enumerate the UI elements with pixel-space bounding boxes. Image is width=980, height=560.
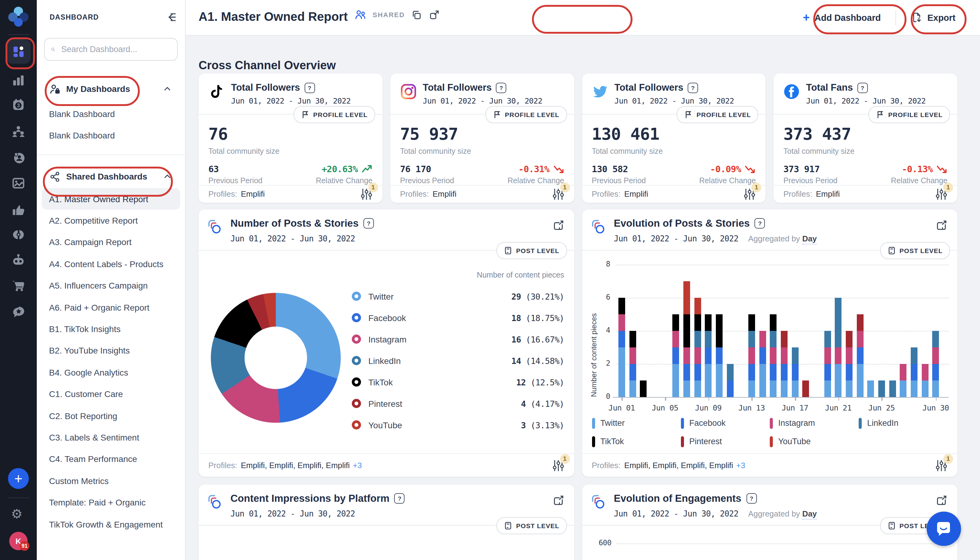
donut-chart[interactable]	[211, 293, 341, 423]
section-my-dashboards[interactable]: My Dashboards	[44, 77, 178, 100]
legend-item-linkedin[interactable]: LinkedIn 14 (14.58%)	[352, 350, 564, 371]
bar-jun-17[interactable]	[792, 347, 798, 397]
aggregated-by[interactable]: Aggregated by Day	[748, 234, 817, 243]
bar-jun-08[interactable]	[694, 298, 701, 397]
sidebar-item-community[interactable]	[11, 124, 26, 138]
help-icon[interactable]: ?	[688, 82, 698, 93]
bar-jun-23[interactable]	[857, 314, 863, 397]
bar-jun-02[interactable]	[629, 331, 636, 397]
sidebar-dashboard-item[interactable]: A2. Competitive Report	[42, 210, 180, 232]
help-icon[interactable]: ?	[755, 218, 765, 228]
legend-item-pinterest[interactable]: Pinterest	[681, 435, 770, 448]
bar-jun-01[interactable]	[618, 298, 625, 397]
bar-jun-29[interactable]	[922, 364, 928, 397]
bar-jun-09[interactable]	[705, 314, 712, 397]
filter-sliders-icon[interactable]: 1	[935, 458, 948, 472]
sidebar-item-bot[interactable]	[11, 252, 26, 267]
stacked-bar-chart[interactable]	[616, 265, 941, 397]
search-input[interactable]	[60, 44, 171, 55]
emplifi-logo-icon[interactable]	[8, 6, 29, 27]
bar-jun-03[interactable]	[640, 380, 647, 397]
sidebar-dashboard-item[interactable]: C1. Customer Care	[42, 383, 180, 405]
copy-icon[interactable]	[411, 9, 423, 20]
legend-item-twitter[interactable]: Twitter 29 (30.21%)	[352, 285, 564, 307]
bar-jun-10[interactable]	[716, 314, 723, 397]
sidebar-dashboard-item[interactable]: TikTok Growth & Engagement	[42, 513, 180, 535]
export-button[interactable]: Export	[905, 8, 962, 27]
bar-jun-30[interactable]	[932, 331, 939, 397]
sidebar-item-publisher[interactable]: 3	[11, 97, 26, 112]
sidebar-item-listening[interactable]	[11, 227, 26, 242]
sidebar-item-content[interactable]	[11, 176, 26, 190]
sidebar-dashboard-item[interactable]: Blank Dashboard	[42, 125, 180, 147]
bar-jun-18[interactable]	[802, 380, 809, 397]
bar-jun-25[interactable]	[878, 380, 885, 397]
bar-jun-14[interactable]	[759, 331, 766, 397]
bar-jun-20[interactable]	[824, 331, 831, 397]
legend-item-facebook[interactable]: Facebook 18 (18.75%)	[352, 307, 564, 328]
sidebar-dashboard-item[interactable]: A3. Campaign Report	[42, 232, 180, 253]
bar-jun-22[interactable]	[846, 331, 853, 397]
sidebar-dashboard-item[interactable]: C2. Bot Reporting	[42, 405, 180, 427]
bar-jun-07[interactable]	[683, 281, 690, 397]
open-external-icon[interactable]	[429, 9, 440, 20]
legend-item-instagram[interactable]: Instagram	[770, 417, 858, 430]
help-icon[interactable]: ?	[496, 82, 507, 93]
sidebar-dashboard-item[interactable]: B4. Google Analytics	[42, 362, 180, 383]
section-shared-dashboards[interactable]: Shared Dashboards	[44, 165, 178, 188]
profiles-more-link[interactable]: +3	[353, 461, 362, 470]
collapse-sidebar-icon[interactable]	[165, 11, 177, 23]
legend-item-facebook[interactable]: Facebook	[681, 417, 770, 430]
help-icon[interactable]: ?	[857, 82, 868, 93]
sidebar-dashboard-item[interactable]: A5. Influencers Campaign	[42, 275, 180, 297]
aggregated-by[interactable]: Aggregated by Day	[748, 509, 817, 518]
sidebar-item-reviews[interactable]	[11, 305, 26, 319]
filter-sliders-icon[interactable]: 1	[552, 458, 564, 472]
sidebar-item-dashboards[interactable]	[6, 39, 31, 64]
bar-jun-15[interactable]	[770, 314, 777, 397]
settings-gear-icon[interactable]: ⚙	[11, 507, 23, 522]
legend-item-youtube[interactable]: YouTube	[770, 435, 858, 448]
sidebar-item-analytics[interactable]	[11, 73, 26, 88]
export-widget-icon[interactable]	[935, 495, 948, 507]
sidebar-dashboard-item[interactable]: A4. Content Labels - Products	[42, 253, 180, 275]
sidebar-item-commerce[interactable]	[11, 278, 26, 293]
sidebar-dashboard-item[interactable]: Template: Paid + Organic	[42, 492, 180, 513]
export-widget-icon[interactable]	[552, 219, 564, 232]
sidebar-dashboard-item[interactable]: B2. YouTube Insights	[42, 340, 180, 362]
sidebar-dashboard-item[interactable]: Custom Metrics	[42, 470, 180, 492]
filter-sliders-icon[interactable]: 1	[360, 187, 373, 201]
legend-item-tiktok[interactable]: TikTok	[592, 435, 681, 448]
legend-item-pinterest[interactable]: Pinterest 4 (4.17%)	[352, 393, 564, 414]
sidebar-item-engagement[interactable]	[11, 150, 26, 165]
sidebar-dashboard-item[interactable]: C3. Labels & Sentiment	[42, 427, 180, 448]
filter-sliders-icon[interactable]: 1	[552, 187, 564, 201]
add-dashboard-button[interactable]: + Add Dashboard	[797, 8, 887, 27]
search-box[interactable]	[44, 38, 178, 61]
sidebar-dashboard-item[interactable]: C4. Team Performance	[42, 448, 180, 470]
bar-jun-16[interactable]	[781, 331, 788, 397]
bar-jun-21[interactable]	[835, 298, 842, 397]
sidebar-item-ads[interactable]	[11, 203, 26, 218]
user-avatar[interactable]: K 91	[9, 532, 28, 550]
help-icon[interactable]: ?	[363, 218, 374, 228]
legend-item-instagram[interactable]: Instagram 16 (16.67%)	[352, 328, 564, 350]
support-chat-button[interactable]	[927, 512, 961, 546]
chevron-up-icon[interactable]	[163, 85, 172, 93]
bar-jun-28[interactable]	[911, 347, 917, 397]
sidebar-dashboard-item[interactable]: B1. TikTok Insights	[42, 318, 180, 340]
profiles-more-link[interactable]: +3	[736, 461, 745, 470]
sidebar-dashboard-item[interactable]: A6. Paid + Organic Report	[42, 297, 180, 318]
bar-jun-06[interactable]	[672, 314, 679, 397]
bar-jun-26[interactable]	[889, 380, 896, 397]
sidebar-dashboard-item[interactable]: A1. Master Owned Report	[42, 188, 180, 210]
help-icon[interactable]: ?	[304, 82, 315, 93]
bar-jun-13[interactable]	[748, 314, 755, 397]
export-widget-icon[interactable]	[552, 495, 564, 507]
filter-sliders-icon[interactable]: 1	[744, 187, 756, 201]
help-icon[interactable]: ?	[394, 493, 405, 503]
legend-item-youtube[interactable]: YouTube 3 (3.13%)	[352, 414, 564, 436]
legend-item-tiktok[interactable]: TikTok 12 (12.5%)	[352, 371, 564, 393]
filter-sliders-icon[interactable]: 1	[935, 187, 948, 201]
bar-jun-24[interactable]	[867, 380, 874, 397]
